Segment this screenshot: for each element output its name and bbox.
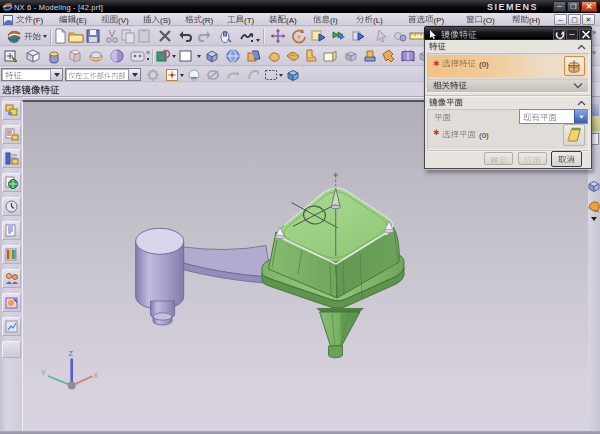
svg-text:Y: Y (41, 369, 46, 376)
svg-text:Z: Z (69, 350, 74, 357)
svg-text:X: X (94, 372, 99, 379)
